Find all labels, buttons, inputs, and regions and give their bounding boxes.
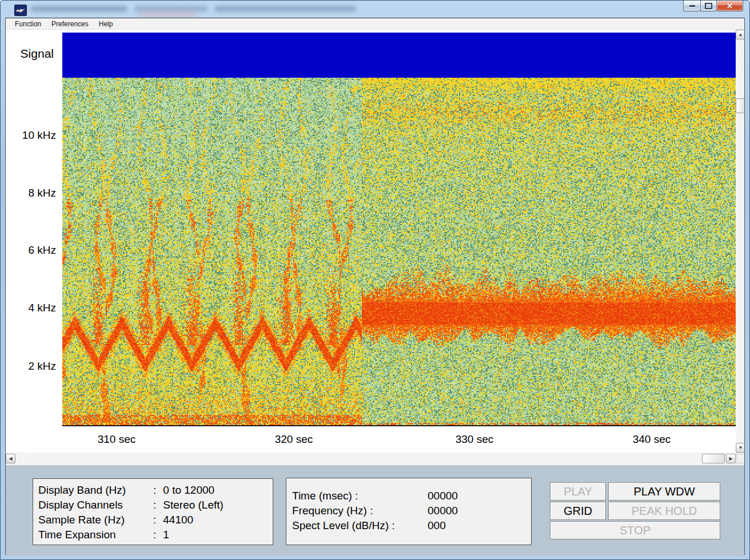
spectrogram-main-area: Signal 10 kHz 8 kHz 6 kHz 4 kHz 2 kHz 31…: [6, 30, 744, 465]
horizontal-scroll-thumb[interactable]: [702, 454, 725, 463]
bottom-panel: Display Band (Hz):0 to 12000 Display Cha…: [6, 465, 744, 556]
time-tick-340: 340 sec: [620, 433, 683, 446]
maximize-button[interactable]: [700, 1, 717, 11]
titlebar[interactable]: ✕: [1, 1, 749, 18]
menu-help[interactable]: Help: [94, 19, 118, 29]
scroll-right-button[interactable]: ▶: [726, 454, 736, 463]
cursor-spect-level-value: 000: [428, 519, 446, 532]
display-channels-row: Display Channels:Stereo (Left): [38, 499, 273, 514]
scroll-left-button[interactable]: ◀: [6, 454, 15, 463]
window-controls: ✕: [684, 1, 743, 11]
menu-function[interactable]: Function: [10, 19, 46, 29]
sample-rate-row: Sample Rate (Hz):44100: [38, 514, 273, 529]
play-button[interactable]: PLAY: [550, 482, 606, 501]
transport-buttons: PLAY PLAY WDW GRID PEAK HOLD STOP: [550, 482, 720, 539]
display-band-value: 0 to 12000: [163, 484, 214, 497]
display-channels-label: Display Channels: [38, 499, 153, 511]
peak-hold-button[interactable]: PEAK HOLD: [608, 502, 720, 520]
scroll-down-button[interactable]: ▼: [736, 443, 744, 453]
cursor-time-label: Time (msec) :: [292, 490, 358, 502]
time-expansion-label: Time Expansion: [38, 529, 153, 541]
freq-tick-6khz: 6 kHz: [6, 243, 56, 257]
window-title-redacted: [30, 5, 362, 13]
cursor-spect-level-label: Spect Level (dB/Hz) :: [292, 519, 395, 531]
time-tick-310: 310 sec: [85, 433, 148, 446]
cursor-frequency-row: Frequency (Hz) :00000: [292, 505, 531, 519]
menu-preferences[interactable]: Preferences: [46, 19, 94, 29]
display-band-label: Display Band (Hz): [38, 484, 153, 497]
time-tick-320: 320 sec: [262, 433, 325, 446]
freq-tick-4khz: 4 kHz: [6, 301, 56, 315]
sample-rate-value: 44100: [163, 514, 193, 526]
signal-axis-label: Signal: [6, 47, 54, 61]
cursor-frequency-label: Frequency (Hz) :: [292, 505, 373, 517]
sample-rate-label: Sample Rate (Hz): [38, 514, 153, 526]
display-channels-value: Stereo (Left): [163, 499, 224, 511]
freq-tick-2khz: 2 kHz: [6, 359, 56, 373]
menu-bar: Function Preferences Help: [6, 18, 744, 30]
play-wdw-button[interactable]: PLAY WDW: [608, 482, 720, 501]
vertical-scroll-thumb[interactable]: [736, 98, 744, 113]
freq-tick-8khz: 8 kHz: [6, 186, 56, 200]
cursor-time-value: 00000: [428, 490, 458, 502]
horizontal-scrollbar[interactable]: ◀ ▶: [6, 453, 744, 465]
minimize-button[interactable]: [683, 1, 701, 11]
cursor-readout-panel: Time (msec) :00000 Frequency (Hz) :00000…: [286, 478, 532, 545]
minimize-icon: [689, 5, 695, 7]
maximize-icon: [705, 3, 712, 9]
freq-tick-10khz: 10 kHz: [6, 129, 56, 142]
cursor-spect-level-row: Spect Level (dB/Hz) :000: [292, 519, 531, 534]
cursor-frequency-value: 00000: [428, 505, 458, 517]
display-band-row: Display Band (Hz):0 to 12000: [38, 484, 273, 499]
scrollbar-corner: [736, 454, 744, 463]
time-tick-330: 330 sec: [443, 433, 506, 446]
stop-button[interactable]: STOP: [550, 521, 720, 539]
close-icon: ✕: [727, 2, 733, 10]
scroll-up-button[interactable]: ▲: [736, 30, 744, 39]
app-bat-icon: [14, 5, 27, 16]
time-expansion-value: 1: [163, 529, 169, 541]
spectrogram-canvas[interactable]: [62, 33, 737, 426]
app-window: ✕ Function Preferences Help Signal 10 kH…: [0, 0, 750, 560]
time-expansion-row: Time Expansion:1: [38, 529, 273, 543]
vertical-scrollbar[interactable]: ▲ ▼: [736, 30, 744, 453]
client-area: Function Preferences Help Signal 10 kHz …: [5, 18, 745, 555]
cursor-time-row: Time (msec) :00000: [292, 490, 531, 505]
grid-button[interactable]: GRID: [550, 502, 606, 520]
close-button[interactable]: ✕: [716, 1, 743, 11]
display-settings-panel: Display Band (Hz):0 to 12000 Display Cha…: [33, 478, 273, 545]
